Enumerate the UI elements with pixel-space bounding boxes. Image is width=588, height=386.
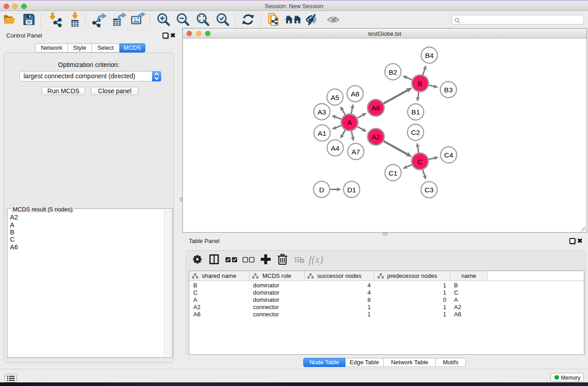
svg-text:A8: A8 (351, 90, 359, 98)
svg-text:C2: C2 (411, 129, 420, 136)
svg-text:D1: D1 (347, 186, 356, 194)
svg-text:B: B (418, 80, 422, 87)
svg-text:B1: B1 (411, 108, 420, 116)
svg-text:A6: A6 (372, 104, 380, 112)
svg-text:A1: A1 (318, 129, 326, 137)
svg-text:D: D (319, 186, 324, 194)
svg-text:A5: A5 (331, 94, 339, 101)
svg-text:A: A (347, 119, 352, 126)
svg-text:C: C (417, 158, 422, 166)
svg-text:B2: B2 (389, 68, 397, 76)
svg-text:C1: C1 (388, 169, 397, 177)
svg-text:C4: C4 (444, 151, 453, 159)
svg-text:B4: B4 (425, 52, 434, 59)
svg-text:C3: C3 (425, 186, 434, 194)
svg-text:A4: A4 (331, 144, 339, 152)
svg-text:A3: A3 (318, 108, 326, 116)
svg-text:A7: A7 (352, 148, 360, 156)
svg-text:A2: A2 (372, 133, 380, 141)
svg-text:B3: B3 (444, 86, 453, 94)
svg-text:f(x): f(x) (309, 254, 323, 265)
